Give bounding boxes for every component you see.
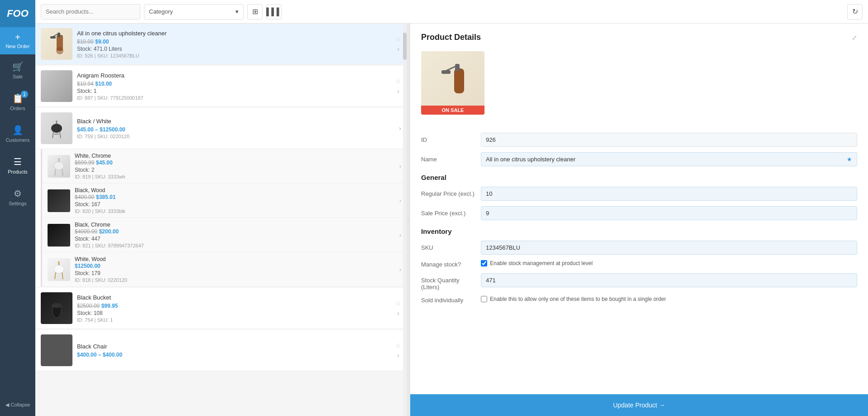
sku-value: 1234567BLU [486, 244, 520, 251]
svg-line-12 [62, 169, 63, 176]
expand-button[interactable]: › [397, 310, 399, 317]
product-price: $2500.00 $99.95 [77, 302, 391, 309]
manage-stock-checkbox[interactable] [481, 260, 487, 266]
update-product-label: Update Product → [613, 401, 665, 409]
sku-field[interactable]: 1234567BLU [481, 241, 857, 255]
price-sale: $12500.00 [75, 263, 101, 269]
scrollbar-track[interactable] [403, 24, 407, 416]
favorite-button[interactable]: ☆ [395, 342, 401, 349]
variant-meta: ID: 821 | SKU: 9789947372647 [75, 243, 395, 248]
on-sale-badge: ON SALE [421, 106, 484, 115]
orders-badge: 1 [21, 91, 28, 98]
expand-button[interactable]: › [397, 87, 399, 95]
product-thumbnail [41, 28, 72, 60]
category-dropdown[interactable]: Category ▾ [144, 4, 244, 19]
variant-item[interactable]: White, Wood $12500.00 Stock: 179 ID: 818… [42, 252, 407, 287]
variant-info: Black, Chrome $4000.00 $200.00 Stock: 44… [70, 222, 399, 248]
barcode-icon: ▌▌▌ [266, 8, 282, 16]
plus-icon: + [15, 33, 20, 42]
variant-price: $12500.00 [75, 262, 395, 269]
product-thumbnail [41, 292, 72, 324]
name-field[interactable]: All in one citrus upholstery cleaner ★ [481, 152, 857, 166]
sold-individually-checkbox[interactable] [481, 296, 487, 302]
product-item[interactable]: All in one citrus upholstery cleaner $10… [35, 24, 407, 65]
sidebar-item-orders[interactable]: 📋 Orders 1 [0, 86, 35, 118]
refresh-icon: ↻ [852, 7, 858, 16]
name-label: Name [421, 152, 475, 163]
expand-button[interactable]: › [397, 352, 399, 359]
sidebar-item-products[interactable]: ☰ Products [0, 150, 35, 181]
product-info: Black / White $45.00 – $12500.00 ID: 759… [72, 118, 399, 139]
scrollbar-thumb[interactable] [403, 33, 407, 60]
refresh-button[interactable]: ↻ [847, 4, 863, 19]
collapse-icon: ◀ [5, 402, 9, 408]
category-label: Category [149, 8, 173, 15]
collapse-label: Collapse [11, 402, 30, 407]
favorite-button[interactable]: ☆ [395, 77, 401, 85]
variant-stock: Stock: 167 [75, 201, 395, 208]
filter-button[interactable]: ⊞ [247, 4, 263, 19]
expand-panel-icon[interactable]: ⤢ [852, 34, 857, 41]
variant-chevron-icon: › [399, 163, 401, 169]
favorite-button[interactable]: ☆ [395, 300, 401, 307]
price-sale: $9.00 [95, 39, 109, 45]
product-price: $45.00 – $12500.00 [77, 126, 394, 133]
product-item[interactable]: Black Chair $400.00 – $400.00 ☆ › [35, 330, 407, 371]
stock-qty-field[interactable]: 471 [481, 273, 857, 287]
variant-item[interactable]: Black, Chrome $4000.00 $200.00 Stock: 44… [42, 218, 407, 252]
variant-meta: ID: 818 | SKU: 0220120 [75, 277, 395, 283]
manage-stock-checkbox-area: Enable stock management at product level [481, 260, 593, 266]
sidebar-item-label: Customers [5, 137, 29, 143]
product-item[interactable]: Anigram Roostera $10.94 $10.00 Stock: 1 … [35, 66, 407, 107]
expand-button[interactable]: › [399, 125, 401, 132]
product-stock: Stock: 108 [77, 310, 391, 316]
product-list: All in one citrus upholstery cleaner $10… [35, 24, 407, 416]
variant-meta: ID: 820 | SKU: 3333blk [75, 208, 395, 214]
product-item[interactable]: Black Bucket $2500.00 $99.95 Stock: 108 … [35, 288, 407, 329]
product-item[interactable]: Black / White $45.00 – $12500.00 ID: 759… [35, 108, 407, 149]
sale-price-field[interactable]: 9 [481, 206, 857, 220]
regular-price-value: 10 [486, 190, 492, 197]
variant-name: White, Chrome [75, 153, 395, 159]
sidebar-item-settings[interactable]: ⚙ Settings [0, 181, 35, 213]
id-field-row: ID 926 [421, 133, 857, 147]
variant-item[interactable]: Black, Wood $400.00 $385.01 Stock: 167 I… [42, 184, 407, 218]
new-order-button[interactable]: + New Order [0, 27, 35, 54]
collapse-button[interactable]: ◀ Collapse [0, 393, 35, 416]
svg-rect-1 [58, 33, 60, 37]
sidebar-item-customers[interactable]: 👤 Customers [0, 118, 35, 150]
variant-price: $699.99 $45.00 [75, 159, 395, 166]
product-name: Black Bucket [77, 294, 391, 301]
favorite-button[interactable]: ☆ [395, 35, 401, 43]
id-value: 926 [481, 133, 857, 147]
variant-stock: Stock: 2 [75, 167, 395, 173]
sale-price-label: Sale Price (excl.) [421, 206, 475, 217]
variant-name: Black, Chrome [75, 222, 395, 228]
manage-stock-row: Manage stock? Enable stock management at… [421, 260, 857, 268]
search-input[interactable] [41, 4, 140, 19]
price-sale: $99.95 [101, 303, 118, 309]
price-original: $2500.00 [77, 303, 100, 309]
product-stock: Stock: 471.0 Liters [77, 46, 391, 52]
variant-price: $4000.00 $200.00 [75, 228, 395, 235]
barcode-button[interactable]: ▌▌▌ [266, 4, 282, 19]
variant-info: White, Chrome $699.99 $45.00 Stock: 2 ID… [70, 153, 399, 179]
product-name: All in one citrus upholstery cleaner [77, 30, 391, 37]
expand-button[interactable]: › [397, 45, 399, 53]
product-price: $400.00 – $400.00 [77, 351, 391, 358]
update-product-button[interactable]: Update Product → [410, 394, 868, 416]
sidebar: FOO + New Order 🛒 Sale 📋 Orders 1 👤 Cust… [0, 0, 35, 416]
variant-item[interactable]: White, Chrome $699.99 $45.00 Stock: 2 ID… [42, 149, 407, 184]
variant-stock: Stock: 447 [75, 236, 395, 242]
svg-line-6 [53, 132, 53, 138]
regular-price-field[interactable]: 10 [481, 187, 857, 201]
settings-icon: ⚙ [14, 188, 22, 199]
sidebar-item-sale[interactable]: 🛒 Sale [0, 54, 35, 86]
app-logo: FOO [0, 0, 35, 27]
variant-thumbnail [48, 224, 70, 247]
product-actions: ☆ › [395, 300, 401, 317]
variant-meta: ID: 819 | SKU: 3333wh [75, 174, 395, 179]
product-thumbnail [41, 70, 72, 102]
product-info: Anigram Roostera $10.94 $10.00 Stock: 1 … [72, 72, 395, 101]
panel-divider[interactable]: ⋮ [407, 24, 410, 416]
